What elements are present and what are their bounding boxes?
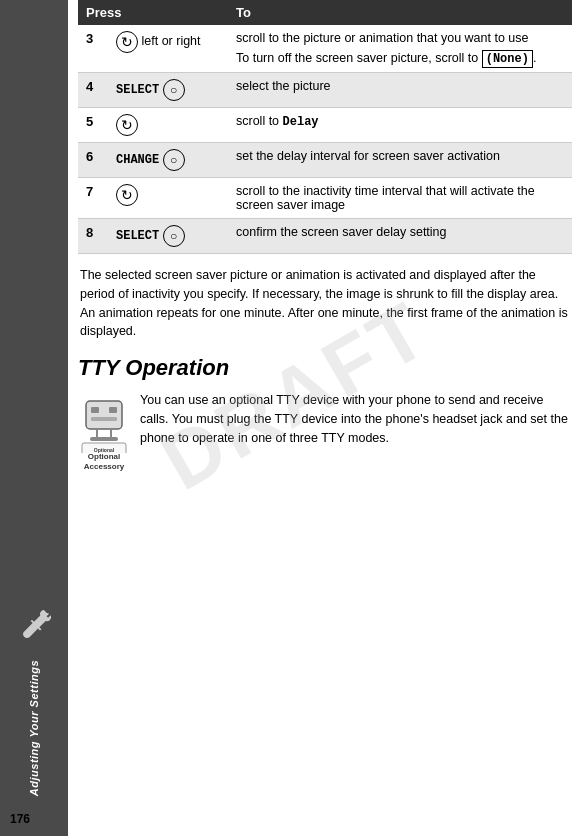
description-cell: scroll to Delay bbox=[228, 108, 572, 143]
nav-icon-select8: ○ bbox=[163, 225, 185, 247]
svg-rect-1 bbox=[91, 407, 99, 413]
page-number: 176 bbox=[10, 812, 30, 826]
description-cell: scroll to the picture or animation that … bbox=[228, 25, 572, 73]
main-content: Press To 3 ↻ left or right scroll to the… bbox=[68, 0, 582, 481]
svg-rect-4 bbox=[96, 429, 98, 437]
nav-icon-change: ○ bbox=[163, 149, 185, 171]
press-header: Press bbox=[78, 0, 228, 25]
sidebar: Adjusting Your Settings bbox=[0, 0, 68, 836]
table-row: 8 SELECT ○ confirm the screen saver dela… bbox=[78, 219, 572, 254]
svg-rect-2 bbox=[109, 407, 117, 413]
change-code: CHANGE bbox=[116, 153, 159, 167]
step-number: 8 bbox=[78, 219, 108, 254]
press-label: left or right bbox=[141, 34, 200, 48]
sidebar-label: Adjusting Your Settings bbox=[28, 660, 40, 796]
description-cell: select the picture bbox=[228, 73, 572, 108]
svg-rect-0 bbox=[86, 401, 122, 429]
svg-rect-3 bbox=[91, 417, 117, 421]
press-cell: ↻ bbox=[108, 108, 228, 143]
nav-icon-7: ↻ bbox=[116, 184, 138, 206]
table-row: 6 CHANGE ○ set the delay interval for sc… bbox=[78, 143, 572, 178]
table-row: 3 ↻ left or right scroll to the picture … bbox=[78, 25, 572, 73]
step-number: 6 bbox=[78, 143, 108, 178]
step-number: 5 bbox=[78, 108, 108, 143]
desc-line2: To turn off the screen saver picture, sc… bbox=[236, 51, 564, 66]
nav-icon-5: ↻ bbox=[116, 114, 138, 136]
table-row: 5 ↻ scroll to Delay bbox=[78, 108, 572, 143]
description-cell: scroll to the inactivity time interval t… bbox=[228, 178, 572, 219]
description-cell: set the delay interval for screen saver … bbox=[228, 143, 572, 178]
optional-accessory-icon: Optional OptionalAccessory bbox=[78, 393, 130, 471]
tty-body-text: You can use an optional TTY device with … bbox=[140, 391, 572, 447]
select-code-8: SELECT bbox=[116, 229, 159, 243]
steps-table: Press To 3 ↻ left or right scroll to the… bbox=[78, 0, 572, 254]
table-row: 7 ↻ scroll to the inactivity time interv… bbox=[78, 178, 572, 219]
svg-rect-5 bbox=[110, 429, 112, 437]
delay-code: Delay bbox=[283, 115, 319, 129]
table-row: 4 SELECT ○ select the picture bbox=[78, 73, 572, 108]
step-number: 4 bbox=[78, 73, 108, 108]
step-number: 7 bbox=[78, 178, 108, 219]
press-cell: SELECT ○ bbox=[108, 219, 228, 254]
press-cell: CHANGE ○ bbox=[108, 143, 228, 178]
accessory-label: OptionalAccessory bbox=[78, 452, 130, 471]
tty-heading: TTY Operation bbox=[78, 355, 572, 381]
nav-icon: ↻ bbox=[116, 31, 138, 53]
nav-icon-select: ○ bbox=[163, 79, 185, 101]
svg-rect-6 bbox=[90, 437, 118, 441]
press-cell: ↻ bbox=[108, 178, 228, 219]
to-header: To bbox=[228, 0, 572, 25]
description-cell: confirm the screen saver delay setting bbox=[228, 219, 572, 254]
tty-section: Optional OptionalAccessory You can use a… bbox=[78, 391, 572, 471]
none-code: (None) bbox=[482, 50, 533, 68]
select-code: SELECT bbox=[116, 83, 159, 97]
press-cell: SELECT ○ bbox=[108, 73, 228, 108]
accessory-svg: Optional bbox=[78, 393, 130, 453]
wrench-icon bbox=[16, 604, 52, 640]
body-paragraph: The selected screen saver picture or ani… bbox=[78, 266, 572, 341]
step-number: 3 bbox=[78, 25, 108, 73]
desc-line1: scroll to the picture or animation that … bbox=[236, 31, 564, 45]
press-cell: ↻ left or right bbox=[108, 25, 228, 73]
